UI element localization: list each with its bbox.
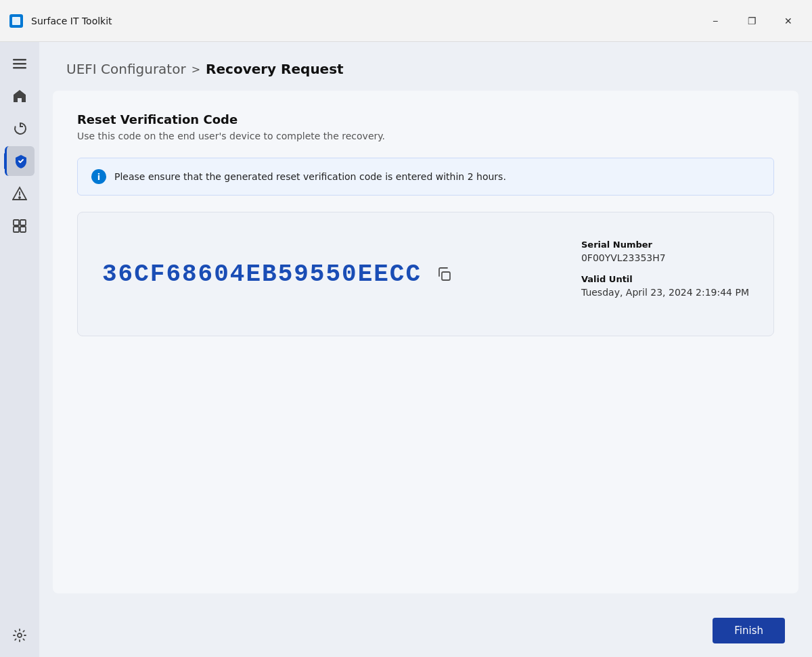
info-icon: i bbox=[91, 169, 106, 184]
finish-button[interactable]: Finish bbox=[713, 618, 785, 643]
svg-rect-9 bbox=[20, 220, 26, 225]
title-bar-left: Surface IT Toolkit bbox=[8, 13, 112, 29]
sidebar-item-update[interactable] bbox=[5, 114, 35, 143]
copy-button[interactable] bbox=[432, 263, 455, 286]
title-bar: Surface IT Toolkit − ❐ ✕ bbox=[0, 0, 812, 42]
svg-rect-13 bbox=[442, 272, 450, 280]
sidebar-item-hamburger[interactable] bbox=[5, 49, 35, 78]
breadcrumb-separator: > bbox=[191, 63, 200, 76]
svg-point-7 bbox=[19, 197, 20, 198]
info-banner: i Please ensure that the generated reset… bbox=[77, 158, 774, 196]
maximize-button[interactable]: ❐ bbox=[736, 10, 767, 32]
svg-point-12 bbox=[18, 633, 22, 637]
sidebar bbox=[0, 42, 39, 657]
code-card: 36CF68604EB59550EECC Serial Number 0F00Y… bbox=[77, 212, 774, 336]
sidebar-bottom bbox=[5, 620, 35, 650]
deploy-icon bbox=[12, 186, 27, 201]
verification-code: 36CF68604EB59550EECC bbox=[102, 260, 422, 288]
minimize-button[interactable]: − bbox=[700, 10, 731, 32]
footer-bar: Finish bbox=[39, 607, 812, 657]
title-bar-controls: − ❐ ✕ bbox=[700, 10, 804, 32]
svg-rect-2 bbox=[13, 59, 26, 61]
section-title: Reset Verification Code bbox=[77, 112, 774, 127]
app-body: UEFI Configurator > Recovery Request Res… bbox=[0, 42, 812, 657]
gear-icon bbox=[12, 628, 27, 643]
close-button[interactable]: ✕ bbox=[773, 10, 804, 32]
code-right: Serial Number 0F00YVL23353H7 Valid Until… bbox=[581, 240, 749, 309]
section-subtitle: Use this code on the end user's device t… bbox=[77, 131, 774, 141]
svg-rect-11 bbox=[20, 227, 26, 232]
sidebar-item-manage[interactable] bbox=[5, 211, 35, 241]
home-icon bbox=[12, 89, 27, 104]
breadcrumb-current: Recovery Request bbox=[206, 61, 344, 77]
serial-number-value: 0F00YVL23353H7 bbox=[581, 252, 749, 263]
valid-until-label: Valid Until bbox=[581, 274, 749, 284]
info-text: Please ensure that the generated reset v… bbox=[114, 171, 506, 182]
sidebar-item-uefi[interactable] bbox=[5, 146, 35, 176]
content-area: UEFI Configurator > Recovery Request Res… bbox=[39, 42, 812, 657]
valid-until-value: Tuesday, April 23, 2024 2:19:44 PM bbox=[581, 287, 749, 298]
svg-rect-1 bbox=[12, 17, 20, 25]
sidebar-item-deploy[interactable] bbox=[5, 179, 35, 208]
svg-rect-10 bbox=[14, 227, 19, 232]
manage-icon bbox=[12, 219, 27, 233]
app-title: Surface IT Toolkit bbox=[31, 16, 112, 26]
update-icon bbox=[12, 121, 27, 136]
main-panel: Reset Verification Code Use this code on… bbox=[53, 91, 798, 593]
copy-icon bbox=[436, 267, 451, 281]
sidebar-item-home[interactable] bbox=[5, 81, 35, 111]
sidebar-item-settings[interactable] bbox=[5, 620, 35, 650]
svg-rect-8 bbox=[14, 220, 19, 225]
shield-icon bbox=[14, 154, 28, 168]
app-icon bbox=[8, 13, 24, 29]
svg-rect-4 bbox=[13, 67, 26, 69]
page-header: UEFI Configurator > Recovery Request bbox=[39, 42, 812, 91]
hamburger-icon bbox=[13, 57, 26, 70]
breadcrumb-parent: UEFI Configurator bbox=[66, 61, 186, 77]
breadcrumb: UEFI Configurator > Recovery Request bbox=[66, 61, 785, 77]
code-left: 36CF68604EB59550EECC bbox=[102, 260, 455, 288]
svg-rect-3 bbox=[13, 63, 26, 65]
serial-number-label: Serial Number bbox=[581, 240, 749, 250]
